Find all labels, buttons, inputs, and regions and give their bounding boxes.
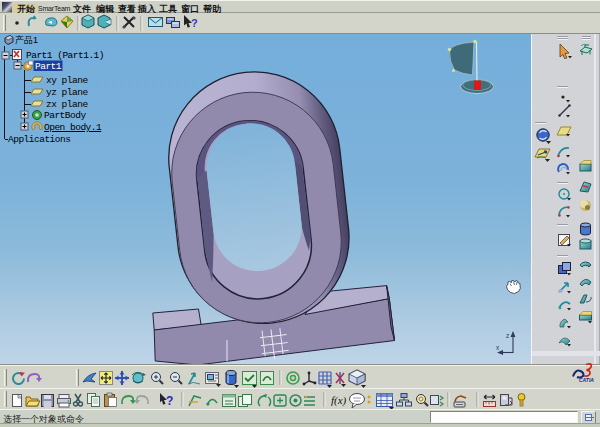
svg-text:xy plane: xy plane xyxy=(46,75,88,86)
svg-text:?: ? xyxy=(166,394,173,408)
svg-text:yz plane: yz plane xyxy=(46,87,88,98)
svg-text:zx plane: zx plane xyxy=(46,99,88,110)
svg-text:Part1: Part1 xyxy=(35,61,62,72)
svg-text:Part1 (Part1.1): Part1 (Part1.1) xyxy=(26,50,104,61)
svg-text:f(x): f(x) xyxy=(331,394,347,407)
svg-text:Open body.1: Open body.1 xyxy=(44,122,102,133)
svg-text:?: ? xyxy=(191,17,198,29)
svg-text:x: x xyxy=(496,344,500,351)
svg-text:CATIA: CATIA xyxy=(579,377,594,383)
svg-text:z: z xyxy=(506,332,509,339)
svg-text:产品1: 产品1 xyxy=(15,35,38,45)
svg-text:PartBody: PartBody xyxy=(44,110,86,121)
svg-text:Applications: Applications xyxy=(8,134,70,145)
